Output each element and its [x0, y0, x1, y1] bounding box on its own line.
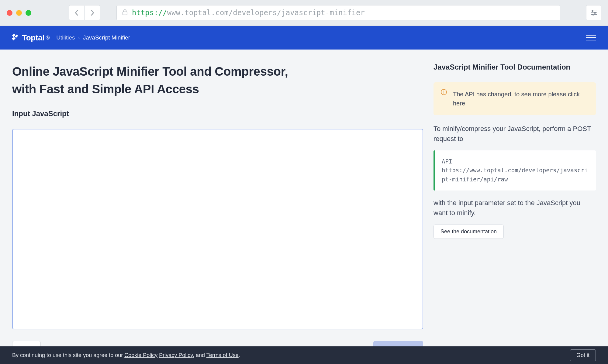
alert-link[interactable]: The API has changed, to see more please … — [453, 91, 580, 107]
svg-point-4 — [594, 12, 596, 13]
javascript-input[interactable] — [12, 129, 423, 329]
cookie-text: By continuing to use this site you agree… — [12, 352, 240, 359]
logo-text: Toptal — [22, 33, 44, 43]
url-path: www.toptal.com/developers/javascript-min… — [167, 9, 365, 17]
forward-button[interactable] — [85, 5, 100, 20]
chevron-right-icon: › — [78, 34, 80, 41]
docs-heading: JavaScript Minifier Tool Documentation — [434, 63, 596, 71]
docs-outro: with the input parameter set to the Java… — [434, 198, 596, 218]
window-controls — [7, 10, 31, 16]
breadcrumb-current: JavaScript Minifier — [83, 34, 130, 41]
breadcrumb-root[interactable]: Utilities — [56, 34, 75, 41]
browser-toolbar: https://www.toptal.com/developers/javasc… — [0, 0, 608, 26]
code-label: API — [442, 157, 589, 166]
back-button[interactable] — [69, 5, 84, 20]
terms-link[interactable]: Terms of Use — [206, 352, 239, 358]
maximize-window-button[interactable] — [26, 10, 31, 16]
privacy-policy-link[interactable]: Privacy Policy — [159, 352, 193, 358]
menu-button[interactable] — [586, 35, 596, 40]
docs-intro: To minify/compress your JavaScript, perf… — [434, 124, 596, 144]
svg-rect-0 — [123, 12, 127, 15]
close-window-button[interactable] — [7, 10, 12, 16]
cookie-banner: By continuing to use this site you agree… — [0, 346, 608, 364]
cookie-policy-link[interactable]: Cookie Policy — [124, 352, 157, 358]
nav-buttons — [69, 5, 100, 20]
browser-settings-button[interactable] — [586, 5, 601, 20]
cookie-accept-button[interactable]: Got it — [570, 349, 596, 361]
alert-icon: ! — [441, 89, 447, 95]
code-url: https://www.toptal.com/developers/javasc… — [442, 166, 589, 184]
logo[interactable]: Toptal® — [12, 33, 50, 43]
address-bar[interactable]: https://www.toptal.com/developers/javasc… — [116, 5, 560, 20]
see-documentation-button[interactable]: See the documentation — [434, 225, 504, 239]
logo-icon — [12, 34, 20, 42]
lock-icon — [122, 9, 128, 16]
url-scheme: https:// — [132, 9, 167, 17]
page-title: Online JavaScript Minifier Tool and Comp… — [12, 63, 304, 98]
breadcrumb: Utilities › JavaScript Minifier — [56, 34, 130, 41]
site-header: Toptal® Utilities › JavaScript Minifier — [0, 26, 608, 50]
api-changed-alert: ! The API has changed, to see more pleas… — [434, 82, 596, 115]
input-heading: Input JavaScript — [12, 109, 423, 118]
minimize-window-button[interactable] — [16, 10, 22, 16]
svg-point-2 — [592, 10, 593, 12]
api-endpoint-code: API https://www.toptal.com/developers/ja… — [434, 150, 596, 191]
svg-point-6 — [592, 14, 594, 15]
